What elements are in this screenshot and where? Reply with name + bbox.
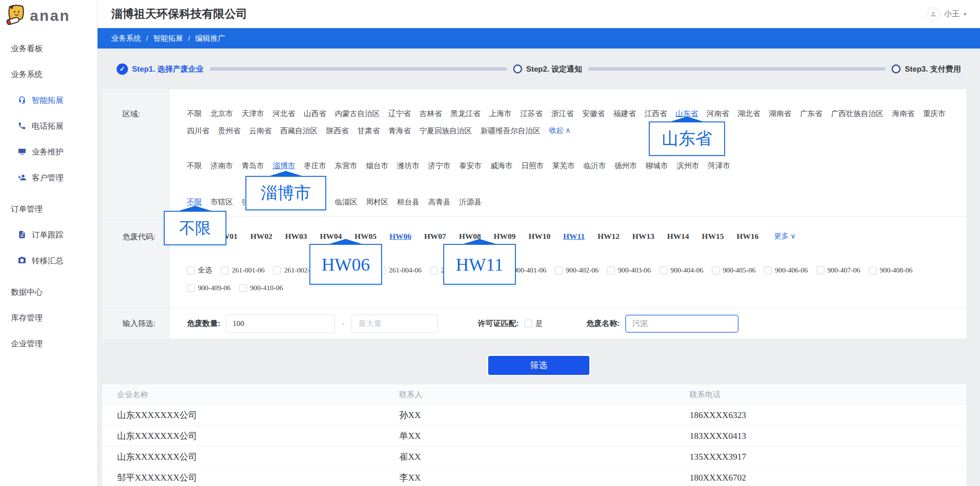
province-option[interactable]: 甘肃省	[358, 122, 380, 139]
hw-code-option[interactable]: HW07	[424, 228, 446, 245]
province-option[interactable]: 山西省	[304, 105, 327, 122]
hw-code-option[interactable]: HW11	[563, 228, 585, 245]
sidebar-item-transfer-summary[interactable]: 转移汇总	[0, 248, 97, 273]
subcode-option[interactable]: 900-404-06	[660, 266, 703, 274]
sidebar-item-phone-expansion[interactable]: 电话拓展	[0, 113, 97, 139]
sidebar-item-business-board[interactable]: 业务看板	[0, 35, 97, 61]
city-option[interactable]: 聊城市	[646, 157, 668, 174]
province-option[interactable]: 湖南省	[769, 105, 792, 122]
sidebar-item-data-center[interactable]: 数据中心	[0, 279, 97, 305]
city-option[interactable]: 枣庄市	[304, 157, 327, 174]
subcode-option[interactable]: 900-402-06	[555, 266, 598, 274]
province-option[interactable]: 江西省	[645, 105, 667, 122]
sidebar-item-customer-management[interactable]: 客户管理	[0, 165, 97, 190]
sidebar-item-inventory-management[interactable]: 库存管理	[0, 305, 97, 330]
hw-code-option[interactable]: HW03	[285, 228, 307, 245]
city-option[interactable]: 烟台市	[366, 157, 389, 174]
city-option[interactable]: 滨州市	[677, 157, 700, 174]
province-option[interactable]: 黑龙江省	[451, 105, 480, 122]
table-row[interactable]: 邹平XXXXXXX公司李XX180XXXX6702	[102, 467, 966, 486]
province-option[interactable]: 辽宁省	[388, 105, 411, 122]
province-option[interactable]: 内蒙古自治区	[335, 105, 380, 122]
district-option[interactable]: 临淄区	[335, 193, 358, 210]
province-option[interactable]: 河南省	[707, 105, 730, 122]
city-option[interactable]: 莱芜市	[553, 157, 575, 174]
hw-code-option[interactable]: HW12	[598, 228, 620, 245]
province-option[interactable]: 安徽省	[583, 105, 605, 122]
province-option[interactable]: 不限	[187, 105, 202, 122]
collapse-link[interactable]: 收起∧	[549, 122, 571, 139]
province-option[interactable]: 湖北省	[738, 105, 760, 122]
table-row[interactable]: 山东XXXXXXX公司孙XX186XXXX6323	[102, 405, 966, 426]
district-option[interactable]: 桓台县	[397, 193, 420, 210]
quantity-max-input[interactable]	[352, 315, 438, 333]
province-option[interactable]: 浙江省	[551, 105, 574, 122]
sidebar-item-order-management[interactable]: 订单管理	[0, 196, 97, 222]
table-row[interactable]: 山东XXXXXXX公司单XX183XXXX0413	[102, 426, 966, 447]
waste-name-input[interactable]	[625, 315, 739, 333]
hw-code-option[interactable]: HW15	[702, 228, 724, 245]
hw-code-option[interactable]: HW16	[736, 228, 759, 245]
filter-submit-button[interactable]: 筛选	[488, 356, 589, 375]
subcode-option[interactable]: 261-004-06	[378, 266, 421, 274]
city-option[interactable]: 威海市	[490, 157, 513, 174]
city-option[interactable]: 东营市	[335, 157, 358, 174]
sidebar-item-business-maintenance[interactable]: 业务维护	[0, 139, 97, 165]
more-link[interactable]: 更多∨	[774, 228, 796, 245]
province-option[interactable]: 天津市	[242, 105, 265, 122]
city-option[interactable]: 德州市	[615, 157, 637, 174]
province-option[interactable]: 吉林省	[420, 105, 442, 122]
hw-code-option[interactable]: HW13	[632, 228, 655, 245]
city-option[interactable]: 不限	[187, 157, 202, 174]
city-option[interactable]: 临沂市	[583, 157, 606, 174]
user-menu[interactable]: 小王 ▾	[926, 7, 966, 21]
sidebar-item-enterprise-management[interactable]: 企业管理	[0, 330, 97, 356]
province-option[interactable]: 北京市	[211, 105, 233, 122]
province-option[interactable]: 广东省	[800, 105, 823, 122]
subcode-option[interactable]: 900-410-06	[239, 284, 283, 292]
province-option[interactable]: 上海市	[489, 105, 512, 122]
sidebar-item-order-tracking[interactable]: 订单跟踪	[0, 222, 97, 248]
district-option[interactable]: 高青县	[428, 193, 451, 210]
province-option[interactable]: 西藏自治区	[280, 122, 318, 139]
province-option[interactable]: 江苏省	[520, 105, 543, 122]
license-yes-checkbox[interactable]: 是	[524, 319, 543, 329]
province-option[interactable]: 陕西省	[326, 122, 349, 139]
table-row[interactable]: 山东XXXXXXX公司崔XX135XXXX3917	[102, 447, 966, 467]
district-option[interactable]: 沂源县	[459, 193, 482, 210]
sidebar-item-business-system[interactable]: 业务系统	[0, 61, 97, 87]
subcode-option[interactable]: 900-408-06	[869, 266, 912, 274]
city-option[interactable]: 青岛市	[242, 157, 265, 174]
hw-code-option[interactable]: HW14	[667, 228, 689, 245]
breadcrumb-item[interactable]: 编辑推广	[195, 34, 225, 44]
select-all-checkbox[interactable]: 全选	[187, 266, 212, 275]
subcode-option[interactable]: 900-406-06	[764, 266, 808, 274]
city-option[interactable]: 潍坊市	[397, 157, 420, 174]
city-option[interactable]: 泰安市	[459, 157, 482, 174]
city-option[interactable]: 济南市	[211, 157, 233, 174]
subcode-option[interactable]: 261-001-06	[221, 266, 265, 274]
hw-code-option[interactable]: HW02	[250, 228, 273, 245]
brand-logo[interactable]: anan	[0, 0, 97, 29]
province-option[interactable]: 青海省	[388, 122, 411, 139]
breadcrumb-item[interactable]: 智能拓展	[153, 34, 183, 44]
city-option[interactable]: 济宁市	[428, 157, 451, 174]
province-option[interactable]: 云南省	[249, 122, 272, 139]
sidebar-item-smart-expansion[interactable]: 智能拓展	[0, 87, 97, 113]
hw-code-option[interactable]: HW10	[529, 228, 551, 245]
quantity-min-input[interactable]	[226, 315, 335, 333]
province-option[interactable]: 重庆市	[923, 105, 946, 122]
province-option[interactable]: 宁夏回族自治区	[420, 122, 472, 139]
district-option[interactable]: 周村区	[366, 193, 389, 210]
subcode-option[interactable]: 900-409-06	[187, 284, 230, 292]
province-option[interactable]: 广西壮族自治区	[831, 105, 884, 122]
province-option[interactable]: 新疆维吾尔自治区	[480, 122, 540, 139]
city-option[interactable]: 日照市	[521, 157, 544, 174]
province-option[interactable]: 河北省	[273, 105, 295, 122]
province-option[interactable]: 贵州省	[218, 122, 241, 139]
province-option[interactable]: 四川省	[187, 122, 210, 139]
province-option[interactable]: 海南省	[892, 105, 915, 122]
subcode-option[interactable]: 900-407-06	[817, 266, 860, 274]
hw-code-option[interactable]: HW06	[389, 228, 412, 245]
province-option[interactable]: 福建省	[613, 105, 636, 122]
